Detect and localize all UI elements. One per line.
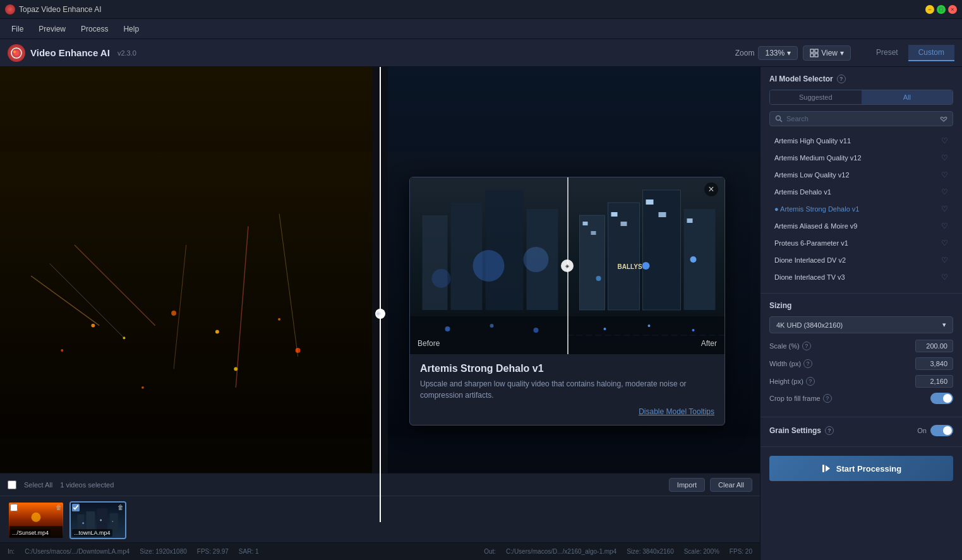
svg-point-92 <box>596 276 601 281</box>
search-input[interactable] <box>786 115 936 122</box>
svg-rect-65 <box>423 215 448 310</box>
tooltip-close-button[interactable]: × <box>704 182 718 196</box>
scale-value: 200.00 <box>915 340 953 352</box>
clip-delete-1[interactable]: 🗑 <box>117 504 124 511</box>
heart-icon-3[interactable]: ♡ <box>941 188 948 196</box>
heart-icon-2[interactable]: ♡ <box>941 170 948 179</box>
app-title: Video Enhance AI <box>30 47 110 58</box>
model-item[interactable]: Artemis Low Quality v12 ♡ <box>769 167 953 183</box>
model-item[interactable]: Artemis Aliased & Moire v9 ♡ <box>769 218 953 234</box>
width-help-icon[interactable]: ? <box>803 359 812 368</box>
model-item[interactable]: Dione Interlaced TV v3 ♡ <box>769 269 953 285</box>
heart-icon-0[interactable]: ♡ <box>941 136 948 145</box>
window-title: Topaz Video Enhance AI <box>19 5 925 14</box>
svg-point-12 <box>215 330 219 333</box>
import-button[interactable]: Import <box>669 478 705 492</box>
tooltip-preview: BALLYS ◈ Before After <box>410 177 725 354</box>
heart-icon-7[interactable]: ♡ <box>941 256 948 265</box>
height-row: Height (px) ? 2,160 <box>769 375 953 388</box>
preset-tab[interactable]: Preset <box>866 45 908 61</box>
clip-check-0[interactable] <box>10 504 18 511</box>
tooltip-divider-handle[interactable]: ◈ <box>561 259 574 272</box>
svg-line-51 <box>780 120 782 122</box>
svg-point-71 <box>524 247 549 272</box>
svg-point-97 <box>648 325 651 327</box>
svg-rect-77 <box>580 215 605 310</box>
svg-point-54 <box>32 513 41 522</box>
model-item-selected[interactable]: Artemis Strong Dehalo v1 ♡ <box>769 201 953 217</box>
ai-model-section: AI Model Selector ? Suggested All Art <box>761 67 962 294</box>
height-help-icon[interactable]: ? <box>806 377 815 386</box>
clear-all-button[interactable]: Clear All <box>710 478 752 492</box>
view-button[interactable]: View ▾ <box>803 45 851 61</box>
tab-suggested[interactable]: Suggested <box>770 90 862 104</box>
status-out-path: C:/Users/macos/D.../x2160_algo-1.mp4 <box>506 548 616 555</box>
svg-point-13 <box>278 318 280 321</box>
model-tooltip-popup: × <box>409 177 725 426</box>
tab-all[interactable]: All <box>862 90 953 104</box>
crop-help-icon[interactable]: ? <box>823 394 832 403</box>
ai-model-help-icon[interactable]: ? <box>837 74 846 83</box>
tooltip-description: Upscale and sharpen low quality video th… <box>420 378 714 401</box>
favorite-icon[interactable] <box>940 115 947 122</box>
top-bar: Video Enhance AI v2.3.0 Zoom 133% ▾ View… <box>0 39 962 67</box>
menu-preview[interactable]: Preview <box>32 22 72 36</box>
menu-help[interactable]: Help <box>117 22 145 36</box>
clip-item-0[interactable]: .../Sunset.mp4 🗑 <box>8 501 64 539</box>
minimize-button[interactable]: − <box>925 5 934 14</box>
svg-point-2 <box>13 51 16 53</box>
start-processing-button[interactable]: Start Processing <box>769 456 953 481</box>
status-out-size: Size: 3840x2160 <box>627 548 674 555</box>
model-item[interactable]: Proteus 6-Parameter v1 ♡ <box>769 235 953 251</box>
svg-point-8 <box>91 324 95 328</box>
svg-point-15 <box>141 386 144 389</box>
grain-help-icon[interactable]: ? <box>825 426 834 435</box>
svg-point-93 <box>690 256 697 263</box>
svg-point-10 <box>171 311 176 316</box>
svg-point-61 <box>82 522 84 524</box>
close-button[interactable]: × <box>948 5 957 14</box>
menu-bar: File Preview Process Help <box>0 19 962 39</box>
disable-tooltips-button[interactable]: Disable Model Tooltips <box>639 407 714 416</box>
crop-toggle[interactable] <box>930 393 953 404</box>
heart-icon-1[interactable]: ♡ <box>941 153 948 162</box>
model-item[interactable]: Dione Interlaced DV v2 ♡ <box>769 252 953 268</box>
video-divider-handle[interactable]: ◈ <box>375 309 385 319</box>
svg-point-75 <box>534 328 539 333</box>
clip-item-1[interactable]: ...townLA.mp4 🗑 <box>69 501 126 539</box>
model-item[interactable]: Artemis Dehalo v1 ♡ <box>769 184 953 200</box>
custom-tab[interactable]: Custom <box>908 45 954 61</box>
svg-rect-85 <box>591 231 596 235</box>
model-item[interactable]: Artemis Medium Quality v12 ♡ <box>769 150 953 166</box>
svg-point-91 <box>642 262 650 270</box>
title-bar: Topaz Video Enhance AI − □ × <box>0 0 962 19</box>
status-in-sar: SAR: 1 <box>239 548 259 555</box>
sizing-preset-dropdown[interactable]: 4K UHD (3840x2160) ▾ <box>769 316 953 333</box>
clip-delete-0[interactable]: 🗑 <box>56 504 62 511</box>
heart-icon-8[interactable]: ♡ <box>941 273 948 282</box>
zoom-dropdown[interactable]: 133% ▾ <box>758 46 798 60</box>
video-left <box>0 67 372 522</box>
svg-rect-87 <box>621 222 627 226</box>
clip-check-1[interactable] <box>72 504 80 511</box>
model-item[interactable]: Artemis High Quality v11 ♡ <box>769 133 953 149</box>
heart-icon-5[interactable]: ♡ <box>941 222 948 230</box>
svg-point-98 <box>692 329 695 331</box>
app-icon <box>5 4 15 15</box>
menu-process[interactable]: Process <box>75 22 114 36</box>
grain-toggle[interactable] <box>930 425 953 436</box>
heart-icon-4[interactable]: ♡ <box>941 205 948 213</box>
svg-rect-81 <box>643 190 681 310</box>
svg-rect-67 <box>486 190 524 310</box>
scale-help-icon[interactable]: ? <box>802 342 811 350</box>
menu-file[interactable]: File <box>5 22 30 36</box>
clip-name-1: ...townLA.mp4 <box>72 529 112 537</box>
select-all-checkbox[interactable] <box>8 480 16 489</box>
heart-icon-6[interactable]: ♡ <box>941 239 948 247</box>
maximize-button[interactable]: □ <box>937 5 946 14</box>
svg-rect-6 <box>815 54 818 57</box>
height-value: 2,160 <box>915 375 953 388</box>
status-in-size: Size: 1920x1080 <box>140 548 187 555</box>
model-list: Artemis High Quality v11 ♡ Artemis Mediu… <box>769 133 953 285</box>
svg-point-74 <box>490 324 494 328</box>
